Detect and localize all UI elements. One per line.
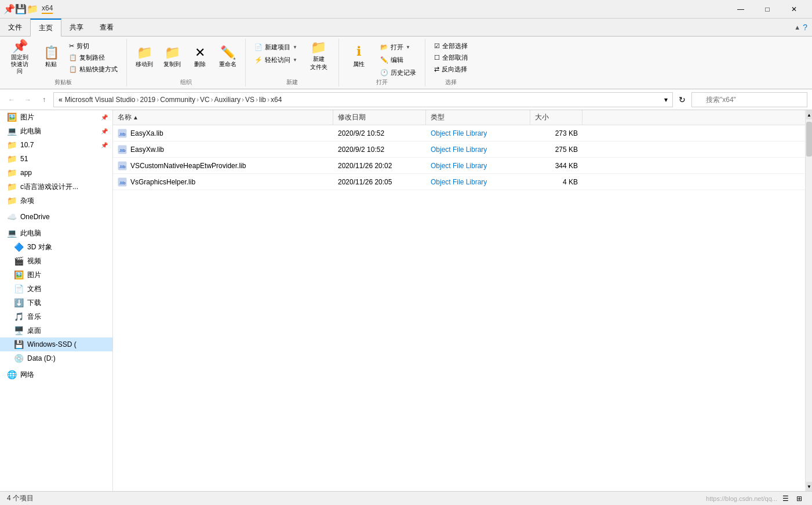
- properties-button[interactable]: ℹ 属性: [344, 39, 374, 74]
- breadcrumb-lib[interactable]: lib: [259, 96, 266, 104]
- vertical-scrollbar[interactable]: ▲ ▼: [805, 110, 812, 491]
- paste-button[interactable]: 📋 粘贴: [38, 39, 64, 76]
- history-button[interactable]: 🕐 历史记录: [376, 67, 420, 78]
- forward-button[interactable]: →: [21, 93, 35, 107]
- ribbon-group-select: ☑ 全部选择 ☐ 全部取消 ⇄ 反向选择 选择: [425, 39, 476, 86]
- properties-icon: ℹ: [356, 44, 361, 59]
- pin-icon[interactable]: 📌: [101, 142, 108, 148]
- breadcrumb-community[interactable]: Community: [160, 96, 195, 104]
- ribbon-group-clipboard: 📌 固定到快速访问 📋 粘贴 ✂ 剪切 📋: [0, 39, 127, 86]
- back-button[interactable]: ←: [5, 93, 19, 107]
- scrollbar-thumb[interactable]: [806, 122, 812, 157]
- lib-file-icon: .lib: [118, 129, 127, 138]
- minimize-button[interactable]: —: [727, 0, 754, 19]
- sidebar-item-docs[interactable]: 📄 文档: [0, 282, 112, 296]
- breadcrumb-vs2[interactable]: VS: [245, 96, 254, 104]
- sidebar-item-windowsssd[interactable]: 💾 Windows-SSD (: [0, 337, 112, 351]
- tab-home[interactable]: 主页: [30, 19, 61, 37]
- select-all-button[interactable]: ☑ 全部选择: [430, 40, 472, 52]
- sidebar-item-cyu[interactable]: 📁 c语言游戏设计开...: [0, 180, 112, 194]
- delete-button[interactable]: ✕ 删除: [187, 40, 213, 75]
- scrollbar-down-arrow[interactable]: ▼: [806, 482, 812, 491]
- sidebar-item-pictures2[interactable]: 🖼️ 图片: [0, 268, 112, 282]
- col-header-name[interactable]: 名称 ▲: [113, 110, 333, 125]
- details-view-button[interactable]: ☰: [780, 493, 791, 504]
- easy-access-button[interactable]: ⚡ 轻松访问 ▼: [250, 54, 301, 66]
- file-size-cell: 344 KB: [530, 158, 582, 173]
- copy-to-button[interactable]: 📁 复制到: [159, 40, 185, 75]
- breadcrumb-vc[interactable]: VC: [200, 96, 210, 104]
- sidebar-item-51[interactable]: 📁 51: [0, 152, 112, 166]
- sidebar-item-video[interactable]: 🎬 视频: [0, 254, 112, 268]
- open-label: 打开: [344, 77, 420, 86]
- sidebar-item-datad[interactable]: 💿 Data (D:): [0, 351, 112, 365]
- new-item-button[interactable]: 📄 新建项目 ▼: [250, 41, 301, 53]
- open-chevron: ▼: [406, 45, 410, 50]
- tab-share[interactable]: 共享: [61, 19, 92, 36]
- help-icon[interactable]: ?: [803, 23, 807, 32]
- sidebar-item-pictures[interactable]: 🖼️ 图片 📌: [0, 110, 112, 124]
- close-button[interactable]: ✕: [781, 0, 807, 19]
- sidebar-item-thispc[interactable]: 💻 此电脑: [0, 226, 112, 240]
- docs-icon: 📄: [14, 284, 24, 293]
- move-to-button[interactable]: 📁 移动到: [132, 40, 157, 75]
- sidebar-item-desktop[interactable]: 🖥️ 桌面: [0, 324, 112, 337]
- sidebar-item-label: 视频: [27, 256, 108, 266]
- sidebar-item-app[interactable]: 📁 app: [0, 166, 112, 180]
- sidebar-item-computer[interactable]: 💻 此电脑 📌: [0, 124, 112, 138]
- rename-button[interactable]: ✏️ 重命名: [215, 40, 241, 75]
- tab-file[interactable]: 文件: [0, 19, 30, 36]
- breadcrumb-auxiliary[interactable]: Auxiliary: [214, 96, 241, 104]
- col-header-date[interactable]: 修改日期: [333, 110, 426, 125]
- new-folder-button[interactable]: 📁 新建文件夹: [304, 39, 334, 74]
- select-none-button[interactable]: ☐ 全部取消: [430, 52, 472, 63]
- open-button[interactable]: 📂 打开 ▼: [376, 41, 420, 53]
- sidebar-item-label: app: [20, 169, 108, 177]
- table-row[interactable]: .lib EasyXa.lib 2020/9/2 10:52 Object Fi…: [113, 125, 805, 141]
- downloads-icon: ⬇️: [14, 298, 24, 307]
- refresh-button[interactable]: ↻: [675, 93, 689, 107]
- pin-icon[interactable]: 📌: [101, 114, 108, 121]
- desktop-icon: 🖥️: [14, 326, 24, 335]
- file-size-cell: 273 KB: [530, 125, 582, 141]
- edit-button[interactable]: ✏️ 编辑: [376, 54, 420, 66]
- ribbon-tabs: 文件 主页 共享 查看 ▲ ?: [0, 19, 812, 37]
- sidebar-item-misc[interactable]: 📁 杂项: [0, 194, 112, 208]
- tab-view[interactable]: 查看: [92, 19, 122, 36]
- sidebar-item-label: OneDrive: [20, 213, 108, 221]
- invert-selection-button[interactable]: ⇄ 反向选择: [430, 63, 472, 75]
- sidebar-item-3dobjects[interactable]: 🔷 3D 对象: [0, 240, 112, 254]
- table-row[interactable]: .lib EasyXw.lib 2020/9/2 10:52 Object Fi…: [113, 141, 805, 158]
- large-icons-view-button[interactable]: ⊞: [793, 493, 805, 504]
- copy-path-button[interactable]: 📋 复制路径: [65, 52, 122, 63]
- scrollbar-up-arrow[interactable]: ▲: [806, 110, 812, 119]
- paste-icon: 📋: [43, 46, 59, 59]
- ribbon-group-new: 📄 新建项目 ▼ ⚡ 轻松访问 ▼ 📁 新建文件夹 新建: [246, 39, 339, 86]
- sidebar-item-downloads[interactable]: ⬇️ 下载: [0, 296, 112, 310]
- up-button[interactable]: ↑: [37, 93, 51, 107]
- paste-shortcut-button[interactable]: 📋 粘贴快捷方式: [65, 63, 122, 75]
- address-path[interactable]: « Microsoft Visual Studio › 2019 › Commu…: [53, 92, 673, 107]
- breadcrumb-x64[interactable]: x64: [271, 96, 282, 104]
- folder-icon: 📁: [28, 5, 37, 14]
- sidebar-item-music[interactable]: 🎵 音乐: [0, 310, 112, 324]
- sidebar-item-107[interactable]: 📁 10.7 📌: [0, 138, 112, 152]
- clipboard-buttons: 📌 固定到快速访问 📋 粘贴 ✂ 剪切 📋: [5, 39, 122, 76]
- pin-icon[interactable]: 📌: [101, 128, 108, 135]
- col-header-size[interactable]: 大小: [530, 110, 582, 125]
- file-name-cell: .lib EasyXa.lib: [113, 125, 333, 141]
- pin-to-quickaccess-button[interactable]: 📌 固定到快速访问: [5, 39, 35, 76]
- sidebar-item-network[interactable]: 🌐 网络: [0, 368, 112, 382]
- breadcrumb-vs[interactable]: Microsoft Visual Studio: [65, 96, 136, 104]
- status-count: 4 个项目: [7, 493, 34, 503]
- sidebar-item-onedrive[interactable]: ☁️ OneDrive: [0, 210, 112, 224]
- table-row[interactable]: .lib VSCustomNativeHeapEtwProvider.lib 2…: [113, 158, 805, 174]
- breadcrumb-2019[interactable]: 2019: [140, 96, 156, 104]
- pin-icon: 📌: [5, 5, 14, 14]
- maximize-button[interactable]: □: [754, 0, 781, 19]
- table-row[interactable]: .lib VsGraphicsHelper.lib 2020/11/26 20:…: [113, 174, 805, 190]
- cut-button[interactable]: ✂ 剪切: [65, 40, 122, 52]
- search-input[interactable]: [691, 92, 807, 107]
- new-small-group: 📄 新建项目 ▼ ⚡ 轻松访问 ▼: [250, 41, 301, 76]
- col-header-type[interactable]: 类型: [426, 110, 530, 125]
